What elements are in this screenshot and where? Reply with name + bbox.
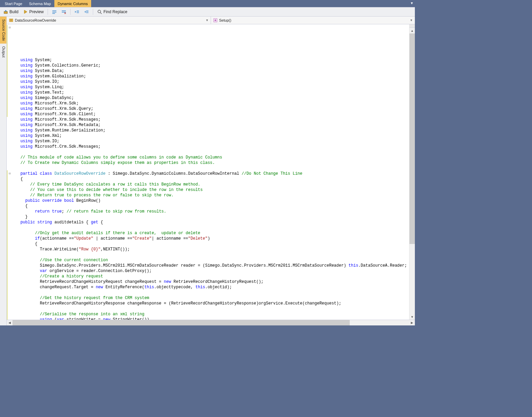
editor-tabs: Start Page Schema Map Dynamic Columns ▾ — [0, 0, 415, 7]
scroll-thumb[interactable] — [12, 320, 350, 326]
scroll-up-arrow[interactable]: ▲ — [409, 28, 415, 33]
method-dropdown[interactable]: Setup() ▼ — [211, 17, 415, 24]
svg-rect-10 — [86, 11, 88, 12]
code-editor[interactable]: ⊟ ⊟ using System; using System.Collectio… — [7, 24, 415, 320]
preview-label: Preview — [29, 9, 44, 14]
side-tab-output[interactable]: Output — [0, 44, 6, 60]
outdent-icon — [75, 9, 79, 14]
tab-overflow-button[interactable]: ▾ — [409, 0, 415, 7]
tab-schema-map[interactable]: Schema Map — [26, 0, 54, 7]
chevron-down-icon: ▼ — [410, 19, 413, 22]
outdent-button[interactable] — [73, 9, 81, 15]
tab-start-page[interactable]: Start Page — [1, 0, 26, 7]
svg-point-12 — [98, 10, 101, 13]
scroll-down-arrow[interactable]: ▼ — [409, 314, 415, 320]
svg-rect-5 — [62, 12, 66, 13]
member-nav: DataSourceRowOverride ▼ Setup() ▼ — [7, 17, 415, 24]
comment-icon — [52, 9, 57, 14]
tab-dynamic-columns[interactable]: Dynamic Columns — [54, 0, 91, 7]
svg-rect-9 — [86, 10, 88, 11]
svg-point-18 — [215, 20, 216, 21]
side-panel-tabs: Source Code Output — [0, 17, 7, 325]
search-icon — [97, 9, 102, 14]
toolbar-separator — [48, 9, 48, 15]
svg-rect-2 — [52, 12, 56, 13]
change-marker — [7, 170, 8, 320]
preview-icon — [23, 9, 28, 14]
toolbar-separator — [93, 9, 93, 15]
svg-rect-8 — [77, 13, 79, 13]
find-button[interactable]: Find Replace — [95, 9, 129, 15]
class-dropdown[interactable]: DataSourceRowOverride ▼ — [7, 17, 211, 24]
svg-rect-15 — [10, 20, 12, 20]
svg-rect-3 — [52, 13, 55, 14]
comment-button[interactable] — [50, 9, 59, 15]
vertical-scrollbar[interactable]: ▲ ▼ — [409, 24, 415, 320]
fold-toggle[interactable]: ⊟ — [8, 171, 11, 176]
uncomment-icon — [61, 9, 66, 14]
method-icon — [213, 18, 218, 23]
svg-line-13 — [100, 13, 102, 14]
svg-rect-6 — [77, 10, 79, 11]
split-handle[interactable] — [409, 24, 415, 28]
scroll-thumb[interactable] — [409, 33, 415, 244]
toolbar: Build Preview — [0, 7, 415, 17]
svg-rect-1 — [52, 10, 56, 11]
svg-rect-0 — [4, 11, 7, 14]
class-icon — [9, 18, 14, 23]
svg-rect-14 — [9, 19, 13, 22]
horizontal-scrollbar[interactable]: ◀ ▶ — [7, 320, 415, 325]
build-icon — [3, 9, 8, 14]
method-name-label: Setup() — [219, 18, 231, 22]
build-button[interactable]: Build — [1, 9, 21, 15]
indent-button[interactable] — [82, 9, 91, 15]
build-label: Build — [9, 9, 19, 14]
find-label: Find Replace — [103, 9, 127, 14]
chevron-down-icon: ▼ — [206, 19, 209, 22]
svg-rect-16 — [10, 21, 12, 21]
side-tab-source[interactable]: Source Code — [0, 17, 6, 44]
indent-icon — [84, 9, 89, 14]
svg-rect-4 — [62, 10, 66, 11]
svg-rect-11 — [86, 13, 88, 13]
toolbar-separator — [70, 9, 71, 15]
scroll-left-arrow[interactable]: ◀ — [7, 320, 12, 326]
preview-button[interactable]: Preview — [21, 9, 46, 15]
scroll-right-arrow[interactable]: ▶ — [409, 320, 415, 326]
class-name-label: DataSourceRowOverride — [15, 18, 56, 22]
change-marker — [7, 25, 8, 117]
svg-rect-7 — [77, 11, 79, 12]
uncomment-button[interactable] — [59, 9, 68, 15]
fold-toggle[interactable]: ⊟ — [8, 25, 11, 30]
